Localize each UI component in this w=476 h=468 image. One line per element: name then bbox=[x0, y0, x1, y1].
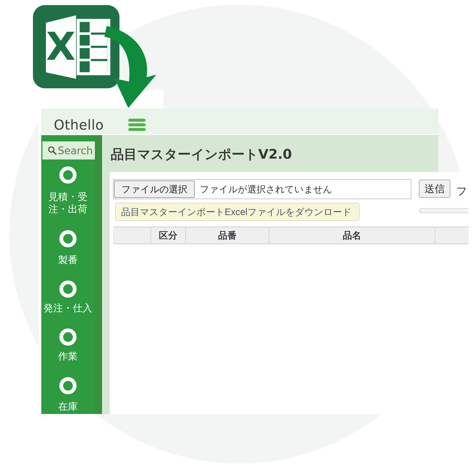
app-screenshot: Othello Search 見積・受 注・出荷 製番 発注・仕入 bbox=[39, 97, 469, 414]
content-left-gutter bbox=[102, 172, 110, 414]
sidebar-item-label: 作業 bbox=[41, 350, 94, 363]
hamburger-bar bbox=[128, 119, 146, 122]
ring-circle-icon[interactable] bbox=[59, 280, 77, 298]
app-header: Othello bbox=[41, 108, 438, 134]
content-panel: ファイルの選択 ファイルが選択されていません 送信 フ 品目マスターインポートE… bbox=[110, 172, 469, 414]
sidebar-item-mitsumori-juchu-shukka[interactable]: 見積・受 注・出荷 bbox=[41, 191, 94, 215]
file-selected-status: ファイルが選択されていません bbox=[200, 180, 332, 199]
sidebar: Search 見積・受 注・出荷 製番 発注・仕入 作業 在庫 bbox=[41, 135, 102, 414]
app-logo-text: Othello bbox=[54, 118, 104, 132]
hamburger-bar bbox=[128, 123, 146, 126]
table-header-blank bbox=[114, 227, 151, 244]
choose-file-button[interactable]: ファイルの選択 bbox=[114, 181, 195, 198]
ring-circle-icon[interactable] bbox=[59, 328, 77, 346]
sidebar-item-label: 見積・受 bbox=[41, 191, 94, 203]
ring-circle-icon[interactable] bbox=[59, 377, 77, 394]
table-header-hinban: 品番 bbox=[186, 227, 269, 244]
hamburger-menu-icon[interactable] bbox=[128, 119, 146, 132]
sidebar-item-label: 発注・仕入 bbox=[41, 302, 94, 314]
table-header-hinmei: 品名 bbox=[269, 227, 435, 244]
ring-circle-icon[interactable] bbox=[59, 166, 77, 184]
sidebar-search-label: Search bbox=[58, 145, 93, 157]
sidebar-item-label: 注・出荷 bbox=[41, 203, 94, 215]
sidebar-item-seiban[interactable]: 製番 bbox=[41, 254, 94, 266]
sidebar-scroll-track[interactable] bbox=[94, 135, 102, 414]
sidebar-item-hachu-shiire[interactable]: 発注・仕入 bbox=[41, 302, 94, 314]
sidebar-item-sagyo[interactable]: 作業 bbox=[41, 350, 94, 363]
file-input[interactable]: ファイルの選択 ファイルが選択されていません bbox=[113, 179, 411, 199]
title-band: 品目マスターインポートV2.0 bbox=[102, 135, 438, 172]
svg-text:X: X bbox=[46, 24, 75, 69]
sidebar-search[interactable]: Search bbox=[43, 141, 95, 160]
sidebar-item-label: 製番 bbox=[41, 254, 94, 266]
curved-down-arrow-icon bbox=[97, 17, 167, 110]
hamburger-bar bbox=[128, 128, 146, 131]
horizontal-scrollbar-thumb[interactable] bbox=[419, 208, 469, 213]
screenshot-left-margin bbox=[39, 108, 41, 414]
submit-button[interactable]: 送信 bbox=[419, 180, 450, 198]
table-header-kubun: 区分 bbox=[151, 227, 186, 244]
table-header-row: 区分 品番 品名 bbox=[113, 227, 469, 244]
ring-circle-icon[interactable] bbox=[59, 230, 77, 247]
page-title: 品目マスターインポートV2.0 bbox=[111, 147, 292, 161]
truncated-link-text: フ bbox=[456, 184, 467, 198]
download-template-button[interactable]: 品目マスターインポートExcelファイルをダウンロード bbox=[115, 203, 360, 221]
search-icon bbox=[47, 145, 57, 156]
sidebar-item-zaiko[interactable]: 在庫 bbox=[41, 401, 94, 413]
table-header-extra bbox=[435, 227, 469, 244]
sidebar-item-label: 在庫 bbox=[41, 401, 94, 413]
